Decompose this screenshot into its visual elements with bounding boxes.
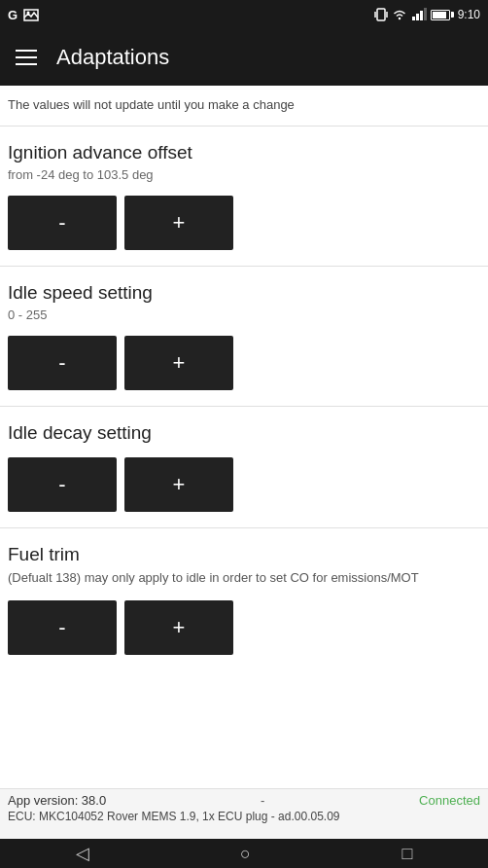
battery-icon — [431, 10, 454, 20]
fuel-trim-section: Fuel trim (Defualt 138) may only apply t… — [0, 528, 488, 655]
home-button[interactable]: ○ — [240, 844, 251, 864]
fuel-trim-title: Fuel trim — [8, 544, 480, 565]
fuel-trim-button-row: - + — [8, 600, 480, 655]
signal-icon — [411, 8, 427, 21]
fuel-trim-increment-button[interactable]: + — [124, 600, 233, 655]
app-version: App version: 38.0 — [8, 793, 106, 808]
idle-decay-button-row: - + — [8, 457, 480, 512]
fuel-trim-decrement-button[interactable]: - — [8, 600, 117, 655]
info-message: The values will not update until you mak… — [0, 86, 488, 127]
google-icon: G — [8, 8, 17, 22]
idle-speed-button-row: - + — [8, 336, 480, 390]
idle-speed-section: Idle speed setting 0 - 255 - + — [0, 267, 488, 407]
time-display: 9:10 — [458, 8, 480, 21]
idle-speed-title: Idle speed setting — [8, 282, 480, 304]
ignition-decrement-button[interactable]: - — [8, 196, 117, 250]
idle-decay-title: Idle decay setting — [8, 422, 480, 444]
svg-rect-8 — [424, 8, 427, 20]
status-bar-left: G — [8, 8, 39, 22]
nav-bar: ◁ ○ □ — [0, 839, 488, 868]
content-area: The values will not update until you mak… — [0, 86, 488, 788]
idle-decay-decrement-button[interactable]: - — [8, 457, 117, 512]
ignition-subtitle: from -24 deg to 103.5 deg — [8, 167, 480, 182]
ignition-button-row: - + — [8, 196, 480, 250]
svg-rect-7 — [420, 11, 423, 20]
connected-status: Connected — [419, 793, 480, 808]
svg-rect-2 — [377, 9, 385, 20]
vibrate-icon — [374, 7, 388, 22]
image-icon — [23, 9, 39, 21]
fuel-trim-note: (Defualt 138) may only apply to idle in … — [8, 569, 480, 587]
idle-speed-increment-button[interactable]: + — [124, 336, 233, 390]
svg-point-1 — [27, 11, 30, 14]
svg-rect-6 — [416, 14, 419, 20]
bottom-status-bar: App version: 38.0 - Connected ECU: MKC10… — [0, 788, 488, 839]
menu-button[interactable] — [16, 50, 37, 65]
status-bar-right: 9:10 — [374, 7, 480, 22]
status-line1: App version: 38.0 - Connected — [8, 793, 480, 808]
ecu-info: ECU: MKC104052 Rover MEMS 1.9, 1x ECU pl… — [8, 810, 340, 823]
status-line2: ECU: MKC104052 Rover MEMS 1.9, 1x ECU pl… — [8, 810, 480, 823]
status-bar: G — [0, 0, 488, 29]
ignition-title: Ignition advance offset — [8, 142, 480, 163]
svg-rect-5 — [412, 17, 415, 20]
ignition-increment-button[interactable]: + — [124, 196, 233, 250]
idle-decay-section: Idle decay setting - + — [0, 407, 488, 528]
recent-apps-button[interactable]: □ — [401, 844, 412, 864]
idle-speed-subtitle: 0 - 255 — [8, 307, 480, 322]
wifi-icon — [392, 8, 407, 21]
idle-decay-increment-button[interactable]: + — [124, 457, 233, 512]
separator: - — [261, 793, 264, 808]
page-title: Adaptations — [56, 45, 169, 70]
top-bar: Adaptations — [0, 29, 488, 86]
idle-speed-decrement-button[interactable]: - — [8, 336, 117, 390]
back-button[interactable]: ◁ — [76, 843, 89, 864]
ignition-section: Ignition advance offset from -24 deg to … — [0, 127, 488, 267]
